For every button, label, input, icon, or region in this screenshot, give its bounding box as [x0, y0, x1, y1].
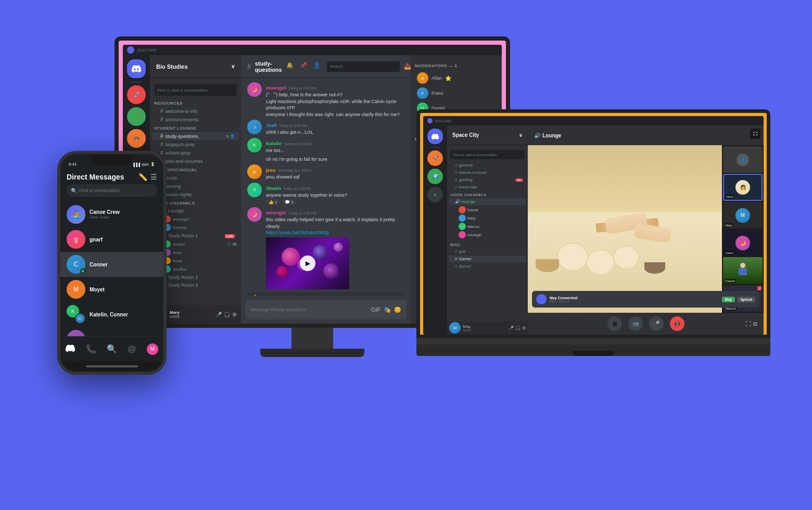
member-badge-star: ⭐ [445, 75, 451, 81]
reaction-2[interactable]: 💬 3 [282, 199, 296, 205]
expand-button[interactable]: ⛶ [750, 129, 760, 139]
laptop-channel-travel[interactable]: #travel-talk [449, 184, 526, 190]
phone-body: 9:41 ▐▐▐ WiFi 🔋 Direct Messages ✏️ ☰ [57, 151, 167, 375]
laptop-server-icon-2[interactable]: 🌍 [427, 169, 443, 184]
thumb-name-2: terra [726, 195, 734, 199]
gif-icon[interactable]: GIF [371, 307, 380, 313]
message-row: S ShawnToday at 1:40PM anyone wanna stud… [247, 183, 404, 206]
laptop-channel-grill[interactable]: #grill [449, 248, 526, 255]
sticker-icon[interactable]: 🎭 [384, 307, 391, 313]
dm-item-gnarf[interactable]: g gnarf [60, 227, 163, 252]
message-content-1: moongirlToday at 9:05 AM (°゜°) help, how… [266, 82, 404, 118]
mic-button[interactable]: 🎤 [649, 316, 664, 331]
play-button[interactable]: ▶ [300, 256, 315, 271]
thumb-badges: L [757, 286, 762, 290]
dm-item-moyet[interactable]: M Moyet [60, 277, 163, 302]
nav-icon-search[interactable]: 🔍 [107, 344, 117, 354]
server-icon-2[interactable]: 🌿 [127, 107, 146, 126]
laptop-channel-sprout[interactable]: #Sprout [449, 263, 526, 270]
side-thumb-4[interactable]: 🌙 moon [723, 230, 763, 256]
phone-compose-icon[interactable]: ✏️ [138, 173, 147, 181]
expand-video-icon[interactable]: ⛶ [745, 321, 751, 327]
msg-time: Today at 9:09 AM [279, 124, 307, 128]
notif-subtitle: May • #Sprout [550, 300, 578, 303]
laptop-headset-icon[interactable]: 🎧 [515, 326, 521, 330]
laptop-channel-videos[interactable]: #videos-n-music [449, 169, 526, 176]
dm-avatar-nofifins: n [67, 330, 85, 336]
channel-study-questions[interactable]: #study-questions⊕ 👤 [152, 132, 239, 140]
nav-icon-profile[interactable]: M [147, 343, 158, 355]
mic-icon[interactable]: 🎤 [215, 312, 222, 317]
bell-icon[interactable]: 🔔 [286, 62, 296, 71]
dm-item-nofifins[interactable]: n nofifins [60, 327, 163, 336]
video-toggle-button[interactable]: 📹 [628, 316, 643, 331]
notif-accept-button[interactable]: May [722, 297, 735, 302]
dm-item-canoe-crew[interactable]: 🚣 Canoe Crew Cine Crew [60, 202, 163, 227]
laptop-channel-general[interactable]: #general [449, 162, 526, 169]
notif-avatar [536, 294, 547, 304]
members-icon[interactable]: 👤 [313, 62, 323, 71]
dm-item-katelin-conner[interactable]: K C Katelin, Conner [60, 302, 163, 327]
dough-ball-3 [613, 246, 639, 269]
phone-screen: 9:41 ▐▐▐ WiFi 🔋 Direct Messages ✏️ ☰ [60, 154, 163, 372]
laptop-search-channels[interactable]: Find or start a conversation [447, 148, 528, 161]
server-icon-discord[interactable] [127, 59, 146, 78]
msg-text: me too... [266, 147, 404, 154]
side-thumb-5[interactable]: Kassie [723, 257, 763, 284]
reaction-1[interactable]: 👍 1 [266, 199, 280, 205]
pip-icon[interactable]: ⧉ [753, 321, 757, 327]
laptop-voice-lounge[interactable]: 🔊lounge [449, 198, 526, 205]
chat-input[interactable]: Message #study-questions GIF 🎭 😊 [245, 300, 407, 320]
msg-link[interactable]: https://youtu.be/GkDokx2992g [266, 230, 404, 235]
side-thumb-2[interactable]: 👩 terra [723, 174, 763, 201]
laptop-server-header[interactable]: Space City ∨ [447, 125, 528, 145]
settings-icon[interactable]: ⚙ [232, 312, 237, 317]
laptop-mic-icon[interactable]: 🎤 [509, 326, 514, 330]
chat-search[interactable]: Search [327, 61, 400, 72]
laptop-settings-icon[interactable]: ⚙ [522, 326, 526, 330]
search-placeholder: Find a conversation [79, 188, 120, 193]
emoji-icon[interactable]: 😊 [394, 307, 401, 313]
channel-welcome[interactable]: #welcome-&-info [152, 107, 239, 115]
notif-decline-button[interactable]: Sprout [737, 297, 755, 302]
video-thumbnail[interactable]: ▶ [266, 237, 349, 289]
server-icon-3[interactable]: 🎮 [127, 129, 146, 148]
phone-search[interactable]: 🔍 Find a conversation [67, 184, 157, 197]
video-extra-controls: ⛶ ⧉ [745, 321, 757, 327]
laptop-channel-gamer[interactable]: #Gamer [449, 256, 526, 262]
headset-icon[interactable]: 🎧 [224, 312, 230, 317]
dm-name-canoe: Canoe Crew [90, 209, 157, 215]
laptop-titlebar: DISCORD [423, 116, 764, 125]
laptop-server-icon-1[interactable]: 🚀 [427, 150, 443, 166]
side-thumb-1[interactable]: 👤 [723, 146, 763, 173]
side-thumb-3[interactable]: M Mary [723, 202, 763, 228]
laptop-channel-gaming[interactable]: #gaming9+ [449, 176, 526, 183]
laptop-server-icon-add[interactable]: + [427, 187, 443, 202]
msg-author: moongirl [266, 210, 286, 215]
channel-biopsych[interactable]: #biopsych-prep [152, 141, 239, 148]
nav-icon-discord[interactable] [66, 345, 75, 354]
laptop-screen: DISCORD 🚀 🌍 + [416, 109, 770, 338]
laptop-server-icon-discord[interactable] [427, 129, 443, 144]
nav-icon-mention[interactable]: @ [128, 345, 136, 354]
search-channels[interactable]: Find or start a conversation [150, 82, 241, 98]
member-item-franz[interactable]: F Franz [415, 86, 498, 100]
server-icon-1[interactable]: 🧬 [127, 85, 146, 104]
laptop-server-list: 🚀 🌍 + [423, 125, 447, 335]
pin-icon[interactable]: 📌 [300, 62, 309, 71]
nav-icon-phone[interactable]: 📞 [86, 344, 96, 354]
screen-share-button[interactable]: 🖥 [607, 316, 622, 331]
pinned-message: 📌 jesu pinned a message to this channel.… [247, 292, 404, 296]
message-row: J JoshToday at 9:09 AM uhhh i also got A… [247, 120, 404, 136]
avatar-jesu: je [247, 164, 262, 179]
channel-announcements[interactable]: #announcements [152, 116, 239, 123]
end-call-button[interactable]: 📵 [670, 316, 684, 331]
battery-icon: 🔋 [150, 162, 155, 167]
member-name-franz: Franz [432, 91, 443, 96]
dm-item-conner[interactable]: C Conner [60, 252, 163, 277]
laptop-user-info: May #0000 [463, 324, 472, 332]
phone-menu-icon[interactable]: ☰ [150, 173, 157, 181]
member-item-allan[interactable]: A Allan ⭐ [415, 71, 498, 85]
server-header[interactable]: Bio Studies ∨ [150, 55, 241, 78]
inbox-icon[interactable]: 📥 [404, 63, 411, 70]
